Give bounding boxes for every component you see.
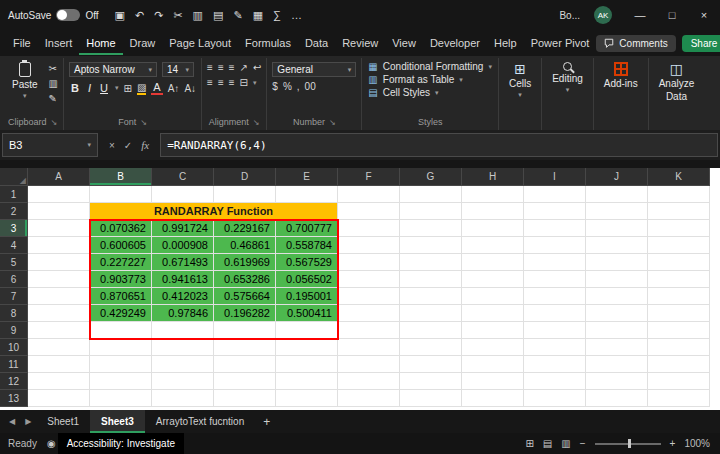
table-icon[interactable]: ▦ <box>253 9 263 22</box>
zoom-level[interactable]: 100% <box>684 438 710 449</box>
cell-C3[interactable]: 0.991724 <box>152 220 214 237</box>
cell-H6[interactable] <box>462 271 524 288</box>
cell-B10[interactable] <box>90 339 152 356</box>
paste-mini-icon[interactable]: ▤ <box>213 9 223 22</box>
align-middle-button[interactable]: ≡ <box>218 62 224 73</box>
cell-B9[interactable] <box>90 322 152 339</box>
font-size-select[interactable]: 14 ▾ <box>162 62 194 77</box>
decimal-buttons[interactable]: 00 <box>305 81 316 92</box>
cut-icon[interactable]: ✂ <box>49 63 58 74</box>
cell-K13[interactable] <box>648 390 710 407</box>
cell-K12[interactable] <box>648 373 710 390</box>
cell-F9[interactable] <box>338 322 400 339</box>
cell-A9[interactable] <box>28 322 90 339</box>
column-header-A[interactable]: A <box>28 168 90 186</box>
new-sheet-button[interactable]: + <box>255 410 278 433</box>
cell-F2[interactable] <box>338 203 400 220</box>
editing-button[interactable]: Editing ▾ <box>547 60 588 96</box>
cell-C10[interactable] <box>152 339 214 356</box>
cell-E4[interactable]: 0.558784 <box>276 237 338 254</box>
cell-E10[interactable] <box>276 339 338 356</box>
cell-F6[interactable] <box>338 271 400 288</box>
cell-E9[interactable] <box>276 322 338 339</box>
cell-G7[interactable] <box>400 288 462 305</box>
cell-J3[interactable] <box>586 220 648 237</box>
align-right-button[interactable]: ≡ <box>229 77 235 88</box>
column-header-H[interactable]: H <box>462 168 524 186</box>
cell-K5[interactable] <box>648 254 710 271</box>
cell-J5[interactable] <box>586 254 648 271</box>
more-icon[interactable]: … <box>291 9 302 21</box>
cell-D9[interactable] <box>214 322 276 339</box>
row-header-3[interactable]: 3 <box>0 220 28 237</box>
column-header-F[interactable]: F <box>338 168 400 186</box>
cell-J4[interactable] <box>586 237 648 254</box>
tab-view[interactable]: View <box>385 32 423 55</box>
cell-A5[interactable] <box>28 254 90 271</box>
autosave-toggle[interactable]: AutoSave Off <box>8 9 99 21</box>
cell-I7[interactable] <box>524 288 586 305</box>
cell-B13[interactable] <box>90 390 152 407</box>
column-header-D[interactable]: D <box>214 168 276 186</box>
borders-button[interactable]: ⊞ <box>124 83 132 94</box>
cell-C11[interactable] <box>152 356 214 373</box>
tab-formulas[interactable]: Formulas <box>238 32 298 55</box>
cell-F12[interactable] <box>338 373 400 390</box>
row-header-11[interactable]: 11 <box>0 356 28 373</box>
format-painter-icon[interactable]: ✎ <box>233 9 242 22</box>
cell-E12[interactable] <box>276 373 338 390</box>
cell-E5[interactable]: 0.567529 <box>276 254 338 271</box>
row-header-4[interactable]: 4 <box>0 237 28 254</box>
cell-G8[interactable] <box>400 305 462 322</box>
cell-A7[interactable] <box>28 288 90 305</box>
align-center-button[interactable]: ≡ <box>218 77 224 88</box>
account-avatar[interactable]: AK <box>594 6 612 24</box>
tab-page-layout[interactable]: Page Layout <box>162 32 238 55</box>
cell-C4[interactable]: 0.000908 <box>152 237 214 254</box>
cells-button[interactable]: ⊞ Cells ▾ <box>504 60 536 101</box>
paste-button[interactable]: Paste ▾ <box>7 60 43 102</box>
cell-F10[interactable] <box>338 339 400 356</box>
sheet-tab-sheet3[interactable]: Sheet3 <box>90 410 145 433</box>
save-icon[interactable]: ▣ <box>115 9 125 22</box>
addins-button[interactable]: Add-ins <box>599 60 643 91</box>
row-header-13[interactable]: 13 <box>0 390 28 407</box>
cell-F5[interactable] <box>338 254 400 271</box>
wrap-text-button[interactable]: ↩ <box>253 62 261 73</box>
cell-E6[interactable]: 0.056502 <box>276 271 338 288</box>
redo-icon[interactable]: ↷ <box>154 9 163 22</box>
cell-C12[interactable] <box>152 373 214 390</box>
cell-G10[interactable] <box>400 339 462 356</box>
percent-style-button[interactable]: % <box>283 81 292 92</box>
row-header-2[interactable]: 2 <box>0 203 28 220</box>
dialog-launcher-icon[interactable]: ↘ <box>253 118 260 127</box>
cell-G1[interactable] <box>400 186 462 203</box>
align-left-button[interactable]: ≡ <box>207 77 213 88</box>
cell-G12[interactable] <box>400 373 462 390</box>
cell-H9[interactable] <box>462 322 524 339</box>
zoom-in-button[interactable]: + <box>670 438 676 449</box>
cell-K1[interactable] <box>648 186 710 203</box>
comma-style-button[interactable]: , <box>297 81 300 92</box>
cell-K6[interactable] <box>648 271 710 288</box>
cell-C1[interactable] <box>152 186 214 203</box>
cell-K3[interactable] <box>648 220 710 237</box>
cell-A13[interactable] <box>28 390 90 407</box>
row-header-10[interactable]: 10 <box>0 339 28 356</box>
cell-D3[interactable]: 0.229167 <box>214 220 276 237</box>
cell-J2[interactable] <box>586 203 648 220</box>
shrink-font-button[interactable]: A↓ <box>184 83 196 94</box>
document-title[interactable]: Bo... <box>559 10 580 21</box>
cell-D1[interactable] <box>214 186 276 203</box>
cell-J9[interactable] <box>586 322 648 339</box>
cell-C5[interactable]: 0.671493 <box>152 254 214 271</box>
cell-I1[interactable] <box>524 186 586 203</box>
row-header-5[interactable]: 5 <box>0 254 28 271</box>
cell-D6[interactable]: 0.653286 <box>214 271 276 288</box>
cell-H4[interactable] <box>462 237 524 254</box>
cell-G2[interactable] <box>400 203 462 220</box>
comments-button[interactable]: Comments <box>596 35 675 52</box>
cell-E3[interactable]: 0.700777 <box>276 220 338 237</box>
cell-C13[interactable] <box>152 390 214 407</box>
font-name-select[interactable]: Aptos Narrow ▾ <box>69 62 157 77</box>
